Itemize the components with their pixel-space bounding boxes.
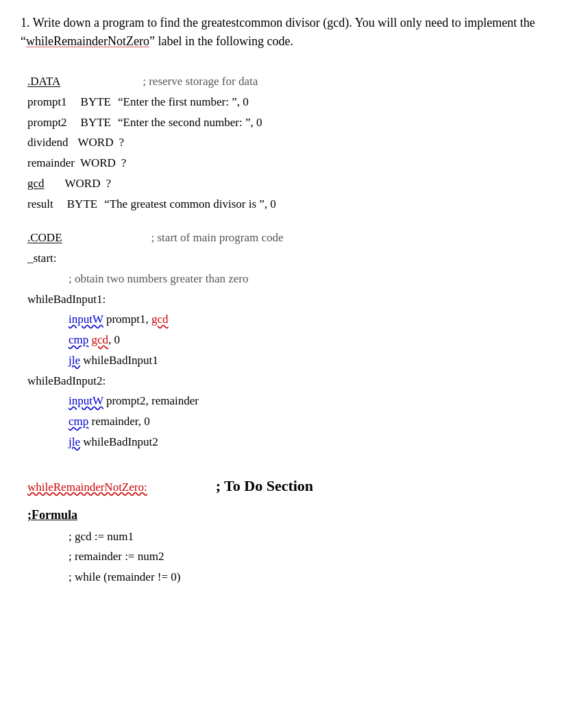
dividend-type: WORD xyxy=(78,132,114,153)
dividend-line: dividend WORD ? xyxy=(27,132,567,153)
inputw-kw2: inputW xyxy=(69,394,103,407)
obtain-comment: ; obtain two numbers greater than zero xyxy=(69,269,248,289)
obtain-comment-line: ; obtain two numbers greater than zero xyxy=(27,269,567,289)
cmp-remainder-line: cmp remainder, 0 xyxy=(27,411,567,432)
formula-remainder-num2: ; remainder := num2 xyxy=(69,546,164,567)
data-comment: ; reserve storage for data xyxy=(143,71,258,92)
data-directive-line: .DATA ; reserve storage for data xyxy=(27,71,567,92)
prompt1-line: prompt1 BYTE “Enter the first number: ”,… xyxy=(27,92,567,112)
intro-text3: ” label in the following code. xyxy=(149,34,293,48)
formula-heading: ;Formula xyxy=(27,505,77,526)
jle-bad1-line: jle whileBadInput1 xyxy=(27,350,567,371)
formula-line2: ; remainder := num2 xyxy=(27,546,567,567)
inputw-prompt1-instr: inputW prompt1, gcd xyxy=(69,309,169,330)
data-directive: .DATA xyxy=(27,71,60,92)
cmp-gcd-instr: cmp gcd, 0 xyxy=(69,330,120,350)
dividend-value: ? xyxy=(119,132,124,153)
inputw-kw: inputW xyxy=(69,313,103,326)
code-directive: .CODE xyxy=(27,228,62,248)
remainder-data-label: remainder xyxy=(27,153,75,173)
cmp-kw1: cmp xyxy=(69,333,88,346)
jle-kw2: jle xyxy=(69,435,80,448)
code-directive-line: .CODE ; start of main program code xyxy=(27,228,567,248)
inputw-prompt2-line: inputW prompt2, remainder xyxy=(27,391,567,411)
question-number: 1. xyxy=(21,16,30,29)
result-data-value: “The greatest common divisor is ”, 0 xyxy=(104,194,276,215)
remainder-data-type: WORD xyxy=(80,153,116,173)
start-label: _start: xyxy=(27,248,57,269)
jle-bad2-line: jle whileBadInput2 xyxy=(27,432,567,452)
cmp-remainder-instr: cmp remainder, 0 xyxy=(69,411,150,432)
prompt2-line: prompt2 BYTE “Enter the second number: ”… xyxy=(27,112,567,133)
intro-text1: Write down a program to find the greates… xyxy=(30,16,240,29)
cmp-gcd-line: cmp gcd, 0 xyxy=(27,330,567,350)
formula-while-remainder: ; while (remainder != 0) xyxy=(69,567,180,588)
prompt2-label: prompt2 xyxy=(27,112,67,133)
dividend-label: dividend xyxy=(27,132,69,153)
formula-heading-line: ;Formula xyxy=(27,499,567,526)
gcd-data-type: WORD xyxy=(65,173,101,194)
formula-gcd-num1: ; gcd := num1 xyxy=(69,526,134,547)
todo-text: ; To Do Section xyxy=(216,473,313,500)
inputw-prompt2-instr: inputW prompt2, remainder xyxy=(69,391,199,411)
formula-line3: ; while (remainder != 0) xyxy=(27,567,567,588)
remainder-data-value: ? xyxy=(121,153,127,173)
gcd-data-line: gcd WORD ? xyxy=(27,173,567,194)
prompt1-label: prompt1 xyxy=(27,92,67,112)
while-bad2-label: whileBadInput2: xyxy=(27,371,106,391)
result-data-line: result BYTE “The greatest common divisor… xyxy=(27,194,567,215)
code-comment: ; start of main program code xyxy=(151,228,284,248)
gcd-ref1: gcd xyxy=(151,313,169,326)
formula-line1: ; gcd := num1 xyxy=(27,526,567,547)
while-bad2-label-line: whileBadInput2: xyxy=(27,371,567,391)
inputw-prompt1-line: inputW prompt1, gcd xyxy=(27,309,567,330)
start-label-line: _start: xyxy=(27,248,567,269)
gcd-ref2: gcd xyxy=(92,333,109,346)
while-bad1-label-line: whileBadInput1: xyxy=(27,289,567,310)
while-remainder-not-zero-label: whileRemainderNotZero: xyxy=(27,477,147,498)
prompt2-value: “Enter the second number: ”, 0 xyxy=(118,112,262,133)
jle-bad2-instr: jle whileBadInput2 xyxy=(69,432,158,452)
while-remainder-label: whileRemainderNotZero xyxy=(26,34,149,48)
intro-paragraph: 1. Write down a program to find the grea… xyxy=(21,14,567,51)
prompt1-type: BYTE xyxy=(81,92,111,112)
jle-kw1: jle xyxy=(69,354,80,367)
gcd-data-value: ? xyxy=(106,173,112,194)
while-remainder-not-zero-line: whileRemainderNotZero: ; To Do Section xyxy=(27,473,567,500)
result-data-label: result xyxy=(27,194,53,215)
gcd-data-label: gcd xyxy=(27,173,45,194)
remainder-data-line: remainder WORD ? xyxy=(27,153,567,173)
prompt1-value: “Enter the first number: ”, 0 xyxy=(118,92,249,112)
cmp-kw2: cmp xyxy=(69,415,88,428)
result-data-type: BYTE xyxy=(67,194,97,215)
prompt2-type: BYTE xyxy=(81,112,111,133)
while-bad1-label: whileBadInput1: xyxy=(27,289,106,310)
jle-bad1-instr: jle whileBadInput1 xyxy=(69,350,158,371)
